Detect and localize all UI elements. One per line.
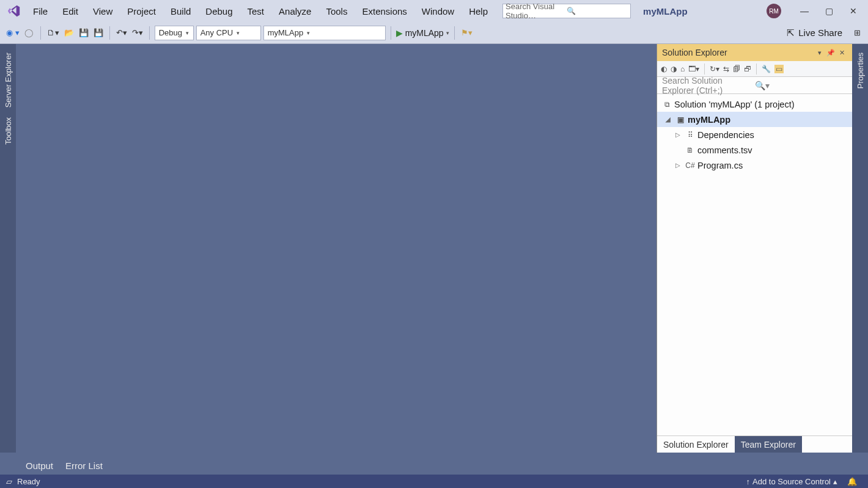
redo-button[interactable]: ↷▾ <box>131 26 144 40</box>
editor-area <box>16 44 657 453</box>
tab-team-explorer[interactable]: Team Explorer <box>735 436 802 453</box>
search-placeholder: Search Visual Studio… <box>506 2 567 20</box>
se-collapse-icon[interactable]: ⇆ <box>723 65 729 73</box>
maximize-button[interactable]: ▢ <box>817 2 841 20</box>
search-icon: 🔍▾ <box>755 81 848 90</box>
tab-error-list[interactable]: Error List <box>63 457 105 475</box>
solution-explorer-toolbar: ◐ ◑ ⌂ 🗔▾ ↻▾ ⇆ 🗐 🗗 🔧 ▭ <box>657 61 852 77</box>
se-refresh-icon[interactable]: ↻▾ <box>710 65 719 73</box>
pin-icon[interactable]: 📌 <box>825 49 836 57</box>
nav-back-button[interactable]: ◉ ▾ <box>5 26 21 40</box>
new-item-button[interactable]: 🗋▾ <box>46 26 61 40</box>
close-button[interactable]: ✕ <box>841 2 866 20</box>
play-icon: ▶ <box>396 28 403 38</box>
status-ready: Ready <box>17 477 40 486</box>
platform-combo[interactable]: Any CPU▾ <box>196 26 261 40</box>
title-bar: File Edit View Project Build Debug Test … <box>0 0 868 22</box>
upload-icon: ↑ <box>746 477 751 486</box>
bell-icon: 🔔 <box>847 477 857 486</box>
panel-tabs: Solution Explorer Team Explorer <box>657 435 852 453</box>
menu-extensions[interactable]: Extensions <box>355 0 414 22</box>
menu-view[interactable]: View <box>86 0 120 22</box>
se-copy-icon[interactable]: 🗗 <box>744 65 751 73</box>
main-area: Server Explorer Toolbox Solution Explore… <box>0 44 868 453</box>
step-button[interactable]: ⚑▾ <box>460 26 474 40</box>
project-node[interactable]: ◢ ▣ myMLApp <box>657 112 852 127</box>
se-properties-icon[interactable]: 🔧 <box>762 65 771 73</box>
save-all-button[interactable]: 💾̤ <box>92 26 105 40</box>
search-icon: 🔍 <box>567 7 628 15</box>
status-bar: ▱ Ready ↑ Add to Source Control ▴ 🔔 <box>0 475 868 488</box>
menu-test[interactable]: Test <box>240 0 272 22</box>
solution-explorer-panel: Solution Explorer ▾ 📌 ✕ ◐ ◑ ⌂ 🗔▾ ↻▾ ⇆ 🗐 … <box>657 44 852 453</box>
menu-project[interactable]: Project <box>120 0 163 22</box>
menu-help[interactable]: Help <box>462 0 495 22</box>
source-control-button[interactable]: ↑ Add to Source Control ▴ <box>746 477 837 486</box>
feedback-button[interactable]: ⊞ <box>851 26 863 40</box>
se-forward-icon[interactable]: ◑ <box>671 65 677 73</box>
se-showall-icon[interactable]: 🗐 <box>733 65 740 73</box>
live-share-button[interactable]: ⇱ Live Share <box>787 27 842 38</box>
nav-forward-button[interactable]: ◯ <box>23 26 35 40</box>
dependencies-icon: ⠿ <box>685 131 695 139</box>
start-debug-button[interactable]: ▶ myMLApp ▾ <box>396 28 449 38</box>
minimize-button[interactable]: — <box>792 2 817 20</box>
undo-button[interactable]: ↶▾ <box>115 26 128 40</box>
solution-tree: ⧉ Solution 'myMLApp' (1 project) ◢ ▣ myM… <box>657 94 852 435</box>
tab-solution-explorer[interactable]: Solution Explorer <box>657 436 735 453</box>
menu-file[interactable]: File <box>26 0 55 22</box>
se-preview-icon[interactable]: ▭ <box>774 65 784 73</box>
startup-project-combo[interactable]: myMLApp▾ <box>263 26 386 40</box>
solution-node[interactable]: ⧉ Solution 'myMLApp' (1 project) <box>657 97 852 112</box>
open-button[interactable]: 📂 <box>63 26 75 40</box>
window-position-icon[interactable]: ▾ <box>814 49 825 57</box>
app-title: myMLApp <box>643 6 688 16</box>
properties-tab[interactable]: Properties <box>855 48 866 93</box>
bottom-tabs: Output Error List <box>0 453 868 475</box>
expand-icon[interactable]: ◢ <box>666 116 673 123</box>
tab-output[interactable]: Output <box>23 457 56 475</box>
toolbar: ◉ ▾ ◯ 🗋▾ 📂 💾 💾̤ ↶▾ ↷▾ Debug▾ Any CPU▾ my… <box>0 22 868 44</box>
menu-analyze[interactable]: Analyze <box>271 0 318 22</box>
menu-bar: File Edit View Project Build Debug Test … <box>26 0 495 22</box>
user-avatar[interactable]: RM <box>767 4 781 18</box>
chevron-up-icon: ▴ <box>833 477 837 486</box>
file-icon: 🗎 <box>685 146 695 155</box>
solution-explorer-title: Solution Explorer ▾ 📌 ✕ <box>657 44 852 61</box>
right-rail: Properties <box>852 44 868 453</box>
run-target-label: myMLApp <box>405 28 444 38</box>
menu-tools[interactable]: Tools <box>318 0 355 22</box>
configuration-combo[interactable]: Debug▾ <box>155 26 194 40</box>
status-rect-icon: ▱ <box>6 477 12 486</box>
tree-item-program-cs[interactable]: ▷ C# Program.cs <box>657 158 852 173</box>
server-explorer-tab[interactable]: Server Explorer <box>2 48 14 112</box>
solution-icon: ⧉ <box>662 100 672 109</box>
expand-icon[interactable]: ▷ <box>675 131 683 138</box>
se-sync-icon[interactable]: 🗔▾ <box>688 65 699 73</box>
menu-window[interactable]: Window <box>414 0 462 22</box>
tree-item-comments-tsv[interactable]: 🗎 comments.tsv <box>657 142 852 158</box>
save-button[interactable]: 💾 <box>78 26 90 40</box>
tree-item-dependencies[interactable]: ▷ ⠿ Dependencies <box>657 127 852 142</box>
left-rail: Server Explorer Toolbox <box>0 44 16 453</box>
csproj-icon: ▣ <box>675 115 685 124</box>
menu-edit[interactable]: Edit <box>55 0 86 22</box>
menu-debug[interactable]: Debug <box>198 0 240 22</box>
expand-icon[interactable]: ▷ <box>675 162 683 169</box>
global-search-input[interactable]: Search Visual Studio… 🔍 <box>502 4 631 18</box>
menu-build[interactable]: Build <box>163 0 198 22</box>
close-panel-icon[interactable]: ✕ <box>836 49 847 57</box>
toolbox-tab[interactable]: Toolbox <box>2 112 14 150</box>
csharp-file-icon: C# <box>685 161 695 170</box>
notifications-button[interactable]: 🔔 <box>847 477 857 486</box>
vs-logo-icon <box>6 3 22 19</box>
solution-explorer-search-input[interactable]: Search Solution Explorer (Ctrl+;) 🔍▾ <box>657 77 852 94</box>
se-back-icon[interactable]: ◐ <box>661 65 667 73</box>
share-icon: ⇱ <box>787 27 795 38</box>
se-home-icon[interactable]: ⌂ <box>680 65 685 73</box>
